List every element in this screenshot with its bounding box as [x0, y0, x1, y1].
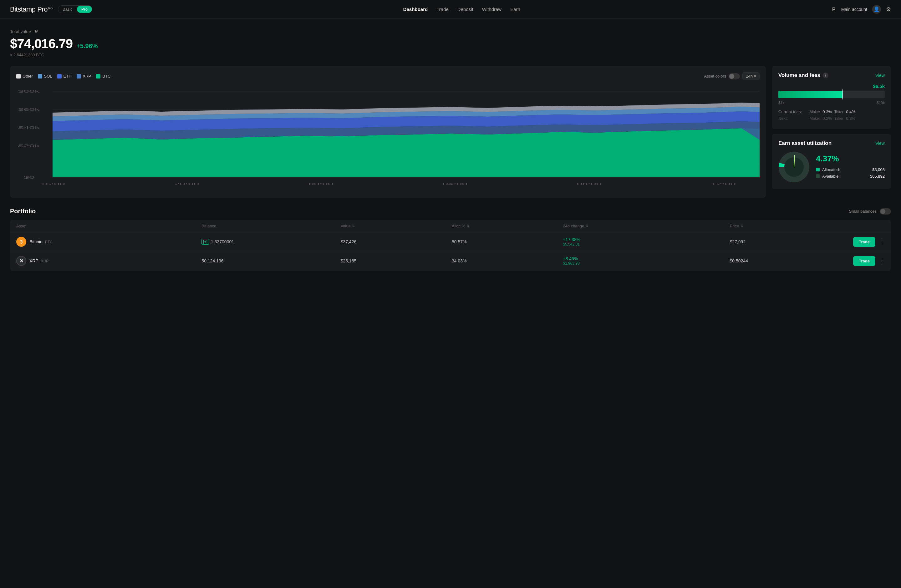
svg-text:08:00: 08:00	[577, 182, 602, 186]
legend-dot-eth	[57, 74, 62, 78]
asset-ticker-xrp: XRP	[41, 259, 49, 263]
chart-time-controls: Asset colors 24h ▾	[704, 72, 759, 80]
maker-label: Maker	[810, 110, 820, 114]
plus-button-btc[interactable]: [+]	[201, 239, 209, 244]
range-max: $10k	[877, 101, 885, 105]
donut-svg	[778, 151, 810, 183]
maker-val: 0.3%	[823, 109, 832, 114]
plan-toggle[interactable]: Basic Pro	[58, 5, 92, 13]
settings-icon[interactable]: ⚙	[886, 6, 891, 13]
chevron-down-icon: ▾	[754, 74, 756, 78]
small-balances-toggle[interactable]	[880, 208, 891, 215]
change-usd-btc: $5,542.01	[563, 242, 730, 246]
nav-deposit[interactable]: Deposit	[457, 6, 473, 12]
main-account[interactable]: Main account	[841, 7, 867, 12]
next-maker-val: 0.2%	[823, 116, 832, 121]
th-alloc: Alloc % ⇅	[452, 224, 563, 228]
nav-dashboard[interactable]: Dashboard	[403, 6, 428, 12]
earn-legend: 4.37% Allocated: $3,008 Available: $65,8…	[816, 154, 885, 180]
legend-sol: SOL	[38, 74, 52, 78]
volume-fees-header: Volume and fees i View	[778, 72, 885, 78]
earn-available-label: Available:	[822, 174, 840, 179]
svg-text:$60k: $60k	[18, 107, 40, 111]
info-icon[interactable]: i	[823, 73, 828, 78]
sort-icon-value[interactable]: ⇅	[352, 224, 355, 228]
volume-fees-card: Volume and fees i View $6.5k $1k $10k	[772, 66, 891, 129]
legend-label-btc: BTC	[102, 74, 111, 78]
progress-bar-container	[778, 91, 885, 98]
taker-label: Taker	[834, 110, 843, 114]
volume-fees-view-link[interactable]: View	[875, 73, 885, 78]
svg-text:04:00: 04:00	[443, 182, 468, 186]
nav-withdraw[interactable]: Withdraw	[482, 6, 502, 12]
table-row: ✕ XRP XRP 50,124.136 $25,185 34.03% +8.4…	[10, 252, 891, 271]
th-value: Value ⇅	[341, 224, 452, 228]
legend-label-sol: SOL	[44, 74, 52, 78]
th-change-label: 24h change	[563, 224, 584, 228]
balance-cell-btc: [+] 1.33700001	[201, 239, 340, 244]
header: Bitstamp ProS.A. Basic Pro Dashboard Tra…	[0, 0, 901, 19]
earn-available-val: $65,892	[870, 174, 885, 179]
next-fees-values: Maker 0.2% Taker 0.3%	[810, 116, 855, 121]
th-balance: Balance	[201, 224, 340, 228]
small-balances-label: Small balances	[849, 209, 877, 214]
total-value-section: Total value 👁 $74,016.79 +5.96% ≈ 2.6442…	[10, 29, 891, 57]
earn-title: Earn asset utilization	[778, 140, 832, 146]
eye-icon[interactable]: 👁	[33, 29, 39, 34]
asset-ticker-btc: BTC	[45, 240, 53, 244]
asset-cell-btc: ₿ Bitcoin BTC	[16, 237, 201, 247]
svg-text:$80k: $80k	[18, 89, 40, 93]
more-button-xrp[interactable]: ⋮	[879, 257, 885, 264]
th-value-label: Value	[341, 224, 351, 228]
svg-text:$20k: $20k	[18, 144, 40, 148]
th-alloc-label: Alloc %	[452, 224, 465, 228]
sort-icon-change[interactable]: ⇅	[585, 224, 588, 228]
time-label: 24h	[746, 74, 753, 78]
sort-icon-alloc[interactable]: ⇅	[466, 224, 469, 228]
trade-button-xrp[interactable]: Trade	[853, 256, 875, 266]
small-balances-toggle-area: Small balances	[849, 208, 891, 215]
time-selector[interactable]: 24h ▾	[742, 72, 759, 80]
volume-fees-title-text: Volume and fees	[778, 72, 820, 78]
svg-text:20:00: 20:00	[174, 182, 199, 186]
chart-card: Other SOL ETH XRP	[10, 66, 766, 198]
avatar[interactable]: 👤	[872, 5, 881, 14]
plan-pro-button[interactable]: Pro	[77, 6, 92, 13]
legend-label-eth: ETH	[64, 74, 72, 78]
legend-xrp: XRP	[76, 74, 91, 78]
legend-dot-other	[16, 74, 21, 78]
next-taker-val: 0.3%	[846, 116, 855, 121]
earn-percent: 4.37%	[816, 154, 885, 163]
sort-icon-price[interactable]: ⇅	[740, 224, 743, 228]
chart-legend: Other SOL ETH XRP	[16, 74, 111, 78]
logo-bitstamp: Bitstamp	[10, 5, 36, 13]
monitor-icon: 🖥	[831, 6, 836, 12]
action-cell-btc: Trade ⋮	[841, 237, 885, 247]
plan-basic-button[interactable]: Basic	[58, 6, 77, 13]
price-btc: $27,992	[730, 239, 841, 244]
svg-text:16:00: 16:00	[40, 182, 65, 186]
svg-text:$0: $0	[23, 176, 34, 179]
trade-button-btc[interactable]: Trade	[853, 237, 875, 247]
legend-label-xrp: XRP	[83, 74, 91, 78]
main-nav: Dashboard Trade Deposit Withdraw Earn	[403, 6, 520, 12]
alloc-xrp: 34.03%	[452, 258, 563, 263]
balance-cell-xrp: 50,124.136	[201, 258, 340, 263]
action-cell-xrp: Trade ⋮	[841, 256, 885, 266]
earn-view-link[interactable]: View	[875, 141, 885, 146]
progress-range: $1k $10k	[778, 101, 885, 105]
th-balance-label: Balance	[201, 224, 216, 228]
asset-icon-xrp: ✕	[16, 256, 26, 266]
table-row: ₿ Bitcoin BTC [+] 1.33700001 $37,426 50.…	[10, 232, 891, 252]
th-asset-label: Asset	[16, 224, 26, 228]
more-button-btc[interactable]: ⋮	[879, 238, 885, 245]
nav-earn[interactable]: Earn	[510, 6, 520, 12]
next-label: Next:	[778, 116, 810, 121]
right-panel: Volume and fees i View $6.5k $1k $10k	[772, 66, 891, 198]
asset-colors-toggle[interactable]	[729, 73, 740, 79]
total-value-label: Total value 👁	[10, 29, 891, 34]
earn-available-item: Available: $65,892	[816, 174, 885, 179]
nav-trade[interactable]: Trade	[436, 6, 449, 12]
next-fees-row: Next: Maker 0.2% Taker 0.3%	[778, 116, 885, 121]
value-xrp: $25,185	[341, 258, 452, 263]
